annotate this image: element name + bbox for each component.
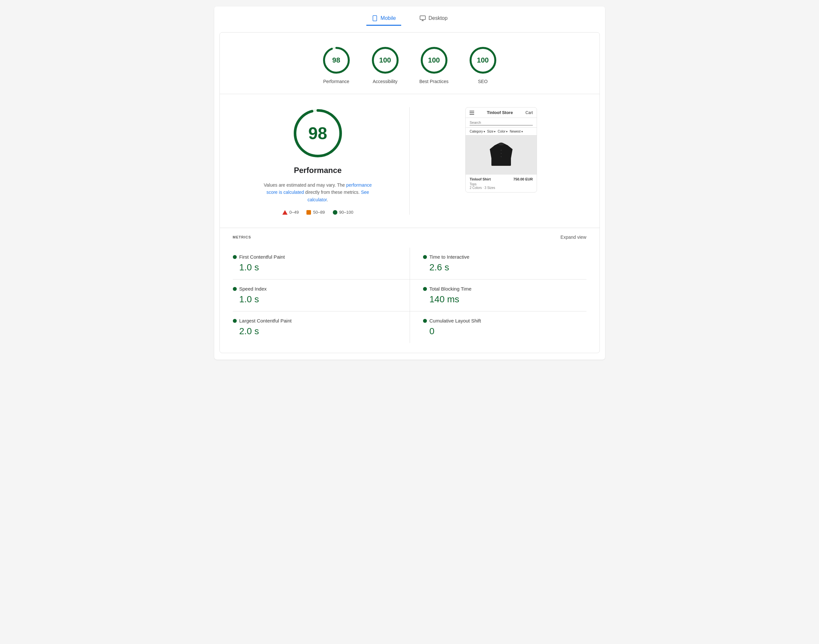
metric-lcp-name: Largest Contentful Paint <box>239 318 292 324</box>
metric-cls: Cumulative Layout Shift 0 <box>410 311 586 343</box>
preview-product-image <box>466 135 537 175</box>
desktop-icon <box>419 15 426 21</box>
metric-cls-name: Cumulative Layout Shift <box>430 318 481 324</box>
metric-fcp-dot <box>233 255 237 259</box>
expand-view-button[interactable]: Expand view <box>560 235 586 240</box>
score-item-best-practices: 100 Best Practices <box>419 46 449 84</box>
score-label-accessibility: Accessibility <box>372 79 397 84</box>
score-label-seo: SEO <box>478 79 488 84</box>
shirt-image <box>488 139 514 171</box>
score-circle-performance: 98 <box>322 46 351 75</box>
product-category: Tops <box>470 182 476 186</box>
metric-cls-name-row: Cumulative Layout Shift <box>423 318 580 324</box>
metric-lcp-value: 2.0 s <box>239 326 403 336</box>
metric-si: Speed Index 1.0 s <box>233 279 410 311</box>
metric-tbt-dot <box>423 287 427 291</box>
metric-tbt-value: 140 ms <box>430 294 580 305</box>
legend-circle-icon <box>333 210 337 215</box>
perf-detail: 98 Performance Values are estimated and … <box>220 94 600 228</box>
filter-size: Size <box>487 130 496 133</box>
score-circles-row: 98 Performance 100 Accessibility <box>220 32 600 94</box>
preview-header: Tinloof Store Cart <box>466 107 537 118</box>
metrics-title: METRICS <box>233 235 251 239</box>
product-meta: Tops 2 Colors · 3 Sizes <box>470 182 533 190</box>
preview-cart: Cart <box>526 110 533 115</box>
metric-tti-name: Time to Interactive <box>430 254 470 260</box>
svg-rect-0 <box>373 15 377 21</box>
score-circle-accessibility: 100 <box>370 46 400 75</box>
preview-product-info: Tinloof Shirt 750.00 EUR Tops 2 Colors ·… <box>466 175 537 192</box>
metric-tbt-name: Total Blocking Time <box>430 286 471 291</box>
metric-lcp-dot <box>233 319 237 323</box>
product-colors-sizes: 2 Colors · 3 Sizes <box>470 186 495 190</box>
filter-newest: Newest <box>510 130 523 133</box>
metric-tti-dot <box>423 255 427 259</box>
tab-desktop-label: Desktop <box>429 15 448 21</box>
product-name-price: Tinloof Shirt 750.00 EUR <box>470 177 533 181</box>
preview-filters: Category Size Color Newest <box>466 128 537 135</box>
preview-search <box>466 118 537 128</box>
filter-category: Category <box>470 130 485 133</box>
score-circle-best-practices: 100 <box>419 46 449 75</box>
perf-desc-text2: directly from these metrics. <box>304 190 361 195</box>
metric-lcp: Largest Contentful Paint 2.0 s <box>233 311 410 343</box>
vertical-divider <box>409 107 410 215</box>
metrics-section: METRICS Expand view First Contentful Pai… <box>220 228 600 353</box>
legend-item-low: 0–49 <box>282 210 299 215</box>
metric-tti-value: 2.6 s <box>430 262 580 273</box>
legend-square-icon <box>306 210 311 215</box>
metrics-grid: First Contentful Paint 1.0 s Time to Int… <box>233 248 586 343</box>
score-number-seo: 100 <box>477 56 489 64</box>
legend-triangle-icon <box>282 210 288 215</box>
legend-item-high: 90–100 <box>333 210 353 215</box>
metric-fcp-name: First Contentful Paint <box>239 254 285 260</box>
preview-card: Tinloof Store Cart Category Size Color N… <box>465 107 537 193</box>
metric-si-dot <box>233 287 237 291</box>
svg-rect-2 <box>420 16 425 20</box>
tab-mobile[interactable]: Mobile <box>366 12 401 26</box>
perf-title: Performance <box>294 166 341 175</box>
legend: 0–49 50–89 90–100 <box>282 210 353 215</box>
filter-color: Color <box>498 130 508 133</box>
perf-desc-text: Values are estimated and may vary. The <box>264 182 346 188</box>
score-label-performance: Performance <box>323 79 349 84</box>
svg-point-18 <box>501 156 502 157</box>
metric-si-name: Speed Index <box>239 286 267 291</box>
metric-lcp-name-row: Largest Contentful Paint <box>233 318 403 324</box>
perf-description: Values are estimated and may vary. The p… <box>259 181 377 203</box>
metric-fcp-name-row: First Contentful Paint <box>233 254 403 260</box>
hamburger-icon <box>470 111 474 115</box>
metric-tbt-name-row: Total Blocking Time <box>423 286 580 291</box>
metric-tti: Time to Interactive 2.6 s <box>410 248 586 279</box>
metric-cls-value: 0 <box>430 326 580 336</box>
score-number-performance: 98 <box>332 56 340 64</box>
score-circle-seo: 100 <box>468 46 498 75</box>
metric-fcp-value: 1.0 s <box>239 262 403 273</box>
svg-point-16 <box>501 150 502 151</box>
metric-tbt: Total Blocking Time 140 ms <box>410 279 586 311</box>
perf-desc-text3: . <box>327 197 328 202</box>
preview-search-input[interactable] <box>470 120 533 126</box>
tabs-bar: Mobile Desktop <box>214 6 605 26</box>
score-label-best-practices: Best Practices <box>419 79 449 84</box>
mobile-icon <box>372 15 378 21</box>
score-item-accessibility: 100 Accessibility <box>370 46 400 84</box>
metric-tti-name-row: Time to Interactive <box>423 254 580 260</box>
legend-item-mid: 50–89 <box>306 210 325 215</box>
big-score-number: 98 <box>308 123 327 143</box>
tab-desktop[interactable]: Desktop <box>414 12 453 26</box>
legend-range-mid: 50–89 <box>313 210 325 215</box>
big-score-circle: 98 <box>292 107 344 159</box>
score-number-accessibility: 100 <box>379 56 391 64</box>
metric-si-value: 1.0 s <box>239 294 403 305</box>
svg-point-17 <box>501 153 502 154</box>
score-number-best-practices: 100 <box>428 56 440 64</box>
product-name: Tinloof Shirt <box>470 177 491 181</box>
svg-rect-15 <box>491 158 511 166</box>
legend-range-high: 90–100 <box>339 210 353 215</box>
product-price: 750.00 EUR <box>513 177 533 181</box>
metrics-header: METRICS Expand view <box>233 235 586 240</box>
score-item-performance: 98 Performance <box>322 46 351 84</box>
legend-range-low: 0–49 <box>289 210 299 215</box>
perf-left: 98 Performance Values are estimated and … <box>239 107 396 215</box>
